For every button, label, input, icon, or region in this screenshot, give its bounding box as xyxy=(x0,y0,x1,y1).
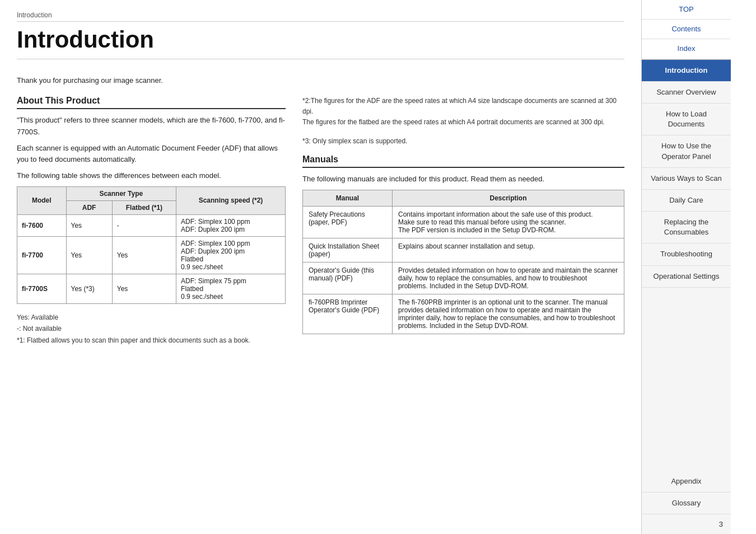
manual-desc-1: Contains important information about the… xyxy=(393,206,624,238)
flatbed-cell: - xyxy=(112,214,176,236)
col-adf: ADF xyxy=(66,200,112,214)
sidebar-appendix[interactable]: Appendix xyxy=(642,471,731,493)
sidebar-how-to-use-operator-panel[interactable]: How to Use the Operator Panel xyxy=(642,135,731,167)
manuals-row-2: Quick Installation Sheet (paper) Explain… xyxy=(303,238,624,262)
manual-desc-3: Provides detailed information on how to … xyxy=(393,262,624,294)
adf-cell: Yes xyxy=(66,214,112,236)
sidebar-various-ways-to-scan[interactable]: Various Ways to Scan xyxy=(642,168,731,190)
manuals-row-3: Operator's Guide (this manual) (PDF) Pro… xyxy=(303,262,624,294)
manual-desc-2: Explains about scanner installation and … xyxy=(393,238,624,262)
right-note-2: *3: Only simplex scan is supported. xyxy=(302,136,624,147)
sidebar-contents[interactable]: Contents xyxy=(642,20,731,39)
manuals-table: Manual Description Safety Precautions (p… xyxy=(302,190,624,334)
footnote-2: -: Not available xyxy=(17,323,286,334)
speed-cell: ADF: Simplex 100 ppm ADF: Duplex 200 ipm… xyxy=(176,236,286,274)
manual-name-2: Quick Installation Sheet (paper) xyxy=(303,238,393,262)
flatbed-cell: Yes xyxy=(112,274,176,303)
manuals-row-4: fi-760PRB Imprinter Operator's Guide (PD… xyxy=(303,294,624,334)
sidebar-scanner-overview[interactable]: Scanner Overview xyxy=(642,82,731,104)
left-column: About This Product "This product" refers… xyxy=(17,96,286,346)
page-number: 3 xyxy=(642,514,731,534)
speed-cell: ADF: Simplex 75 ppm Flatbed 0.9 sec./she… xyxy=(176,274,286,303)
adf-cell: Yes xyxy=(66,236,112,274)
sidebar-index[interactable]: Index xyxy=(642,39,731,59)
intro-paragraph: Thank you for purchasing our image scann… xyxy=(17,76,624,85)
manuals-col-manual: Manual xyxy=(303,190,393,206)
col-scanning-speed: Scanning speed (*2) xyxy=(176,186,286,214)
footnote-1: Yes: Available xyxy=(17,312,286,323)
page-title: Introduction xyxy=(17,26,624,59)
sidebar-troubleshooting[interactable]: Troubleshooting xyxy=(642,243,731,265)
sidebar-daily-care[interactable]: Daily Care xyxy=(642,190,731,212)
manuals-section-title: Manuals xyxy=(302,154,624,168)
manual-name-1: Safety Precautions (paper, PDF) xyxy=(303,206,393,238)
col-scanner-type: Scanner Type xyxy=(66,186,176,200)
col-model: Model xyxy=(17,186,67,214)
two-column-layout: About This Product "This product" refers… xyxy=(17,96,624,346)
manuals-intro: The following manuals are included for t… xyxy=(302,174,624,185)
main-content: Introduction Introduction Thank you for … xyxy=(0,0,641,534)
model-cell: fi-7700 xyxy=(17,236,67,274)
about-para-2: Each scanner is equipped with an Automat… xyxy=(17,143,286,166)
right-column: *2:The figures for the ADF are the speed… xyxy=(302,96,624,346)
sidebar-replacing-consumables[interactable]: Replacing the Consumables xyxy=(642,212,731,243)
specs-table: Model Scanner Type Scanning speed (*2) A… xyxy=(17,186,286,304)
manual-desc-4: The fi-760PRB imprinter is an optional u… xyxy=(393,294,624,334)
about-para-1: "This product" refers to three scanner m… xyxy=(17,115,286,138)
model-cell: fi-7600 xyxy=(17,214,67,236)
manuals-row-1: Safety Precautions (paper, PDF) Contains… xyxy=(303,206,624,238)
flatbed-cell: Yes xyxy=(112,236,176,274)
sidebar-operational-settings[interactable]: Operational Settings xyxy=(642,266,731,288)
col-flatbed: Flatbed (*1) xyxy=(112,200,176,214)
sidebar-introduction[interactable]: Introduction xyxy=(642,60,731,82)
table-row: fi-7700 Yes Yes ADF: Simplex 100 ppm ADF… xyxy=(17,236,286,274)
table-row: fi-7600 Yes - ADF: Simplex 100 ppm ADF: … xyxy=(17,214,286,236)
footnotes: Yes: Available -: Not available *1: Flat… xyxy=(17,312,286,346)
sidebar-top[interactable]: TOP xyxy=(642,0,731,20)
manual-name-3: Operator's Guide (this manual) (PDF) xyxy=(303,262,393,294)
about-section-title: About This Product xyxy=(17,96,286,109)
manuals-col-description: Description xyxy=(393,190,624,206)
right-note-1: *2:The figures for the ADF are the speed… xyxy=(302,96,624,128)
model-cell: fi-7700S xyxy=(17,274,67,303)
sidebar-glossary[interactable]: Glossary xyxy=(642,493,731,514)
speed-cell: ADF: Simplex 100 ppm ADF: Duplex 200 ipm xyxy=(176,214,286,236)
footnote-3: *1: Flatbed allows you to scan thin pape… xyxy=(17,335,286,346)
about-para-3: The following table shows the difference… xyxy=(17,170,286,182)
manual-name-4: fi-760PRB Imprinter Operator's Guide (PD… xyxy=(303,294,393,334)
adf-cell: Yes (*3) xyxy=(66,274,112,303)
sidebar-how-to-load-documents[interactable]: How to Load Documents xyxy=(642,104,731,135)
table-row: fi-7700S Yes (*3) Yes ADF: Simplex 75 pp… xyxy=(17,274,286,303)
sidebar: TOP Contents Index Introduction Scanner … xyxy=(641,0,731,534)
breadcrumb: Introduction xyxy=(17,11,624,22)
